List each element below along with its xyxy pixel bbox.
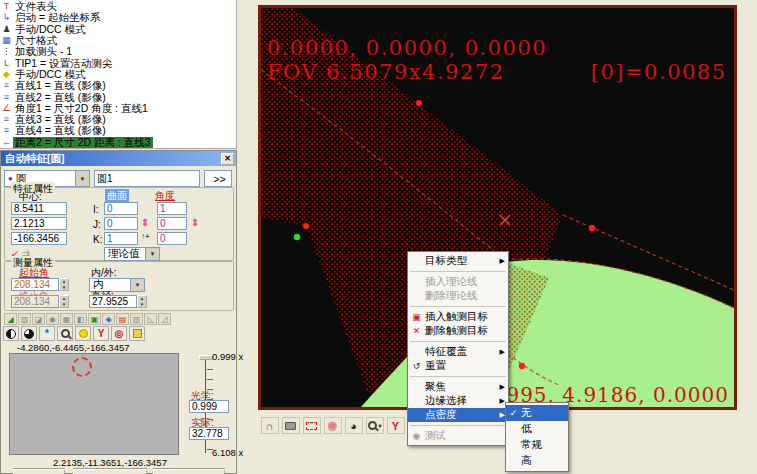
diameter-spinner[interactable]: ▲▼ (137, 295, 147, 308)
video-tool-icon[interactable]: Y (93, 326, 109, 341)
dialog-button-2[interactable] (73, 469, 147, 474)
k-surface-field[interactable] (104, 232, 138, 245)
zoom-tool-icon[interactable]: ▾ (366, 417, 384, 434)
j-surface-field[interactable] (104, 217, 138, 230)
context-menu-item[interactable] (410, 268, 506, 272)
feature-option-icon[interactable]: ◈ (102, 313, 115, 325)
submenu-item[interactable]: 高 (506, 453, 568, 469)
context-menu-item[interactable]: ✕ 删除触测目标 (408, 324, 508, 338)
context-menu-item[interactable] (410, 303, 506, 307)
video-tool-icon[interactable] (75, 326, 91, 341)
theo-value-select[interactable]: 理论值 ▼ (104, 247, 160, 261)
feature-icon[interactable] (239, 192, 256, 207)
chevron-down-icon[interactable]: ▾ (378, 422, 381, 429)
context-menu-item[interactable]: 插入理论线 (408, 275, 508, 289)
feature-icon[interactable] (239, 206, 256, 221)
j-lock-icon[interactable]: ⇕ (141, 217, 149, 228)
zoom-slider-handle[interactable] (199, 355, 213, 360)
context-menu-item[interactable]: 点密度 ▶ (408, 408, 508, 422)
video-tool-icon[interactable]: ◎ (111, 326, 127, 341)
feature-option-icon[interactable]: ▦ (60, 313, 73, 325)
tree-item[interactable]: ≡ 直线4 = 直线 (影像) (0, 125, 236, 136)
feature-option-icon[interactable]: ▥ (130, 313, 143, 325)
center-z-field[interactable] (11, 232, 67, 245)
tree-item[interactable]: ≡ 直线2 = 直线 (影像) (0, 91, 236, 102)
submenu-item[interactable]: 低 (506, 421, 568, 437)
feature-icon[interactable] (239, 133, 256, 148)
submenu-item[interactable]: 常规 (506, 437, 568, 453)
close-icon[interactable]: ✕ (221, 153, 234, 165)
feature-icon[interactable] (239, 177, 256, 192)
center-x-field[interactable] (11, 202, 67, 215)
video-tool-icon[interactable] (129, 326, 145, 341)
context-menu-item[interactable]: ▣ 插入触测目标 (408, 310, 508, 324)
feature-icon[interactable] (239, 221, 256, 236)
feature-icon[interactable] (239, 163, 256, 178)
dialog-button-3[interactable] (153, 469, 225, 474)
diameter-field[interactable] (89, 295, 137, 308)
context-menu-item[interactable]: 边缘选择 ▶ (408, 394, 508, 408)
feature-icon[interactable] (239, 2, 256, 17)
chevron-down-icon[interactable]: ▼ (130, 279, 144, 291)
feature-name-input[interactable] (94, 170, 200, 187)
chevron-down-icon[interactable]: ▼ (145, 248, 159, 260)
feature-option-icon[interactable]: ◢ (4, 313, 17, 325)
goblet-icon[interactable]: Y (387, 417, 405, 434)
arc-tool-icon[interactable]: ◕ (345, 417, 363, 434)
feature-option-icon[interactable]: ◉ (46, 313, 59, 325)
context-menu-item[interactable]: 特征覆盖 ▶ (408, 345, 508, 359)
tree-item[interactable]: ≡ 直线1 = 直线 (影像) (0, 80, 236, 91)
dialog-titlebar[interactable]: 自动特征[圆] ✕ (1, 151, 236, 166)
camera-icon[interactable] (282, 417, 300, 434)
roi-rect-icon[interactable] (303, 417, 321, 434)
video-tool-icon[interactable] (21, 326, 37, 341)
magnet-icon[interactable]: ∩ (261, 417, 279, 434)
optical-field[interactable] (189, 400, 229, 413)
feature-icon[interactable] (239, 104, 256, 119)
feature-icon[interactable] (239, 46, 256, 61)
feature-icon[interactable] (239, 60, 256, 75)
context-menu-item[interactable] (410, 422, 506, 426)
context-menu-item[interactable]: ↺ 重置 (408, 359, 508, 373)
tree-item[interactable]: ⋮ 加载测头 - 1 (0, 46, 236, 57)
video-tool-icon[interactable] (57, 326, 73, 341)
submenu-item[interactable]: ✓ 无 (506, 405, 568, 421)
tree-item[interactable]: ↳ 启动 = 起始坐标系 (0, 12, 236, 23)
video-tool-icon[interactable]: * (39, 326, 55, 341)
context-menu-item[interactable] (410, 338, 506, 342)
feature-icon[interactable] (239, 75, 256, 90)
tree-item[interactable]: ↔ 距离2 = 尺寸 2D 距离 : 直线3 (0, 137, 236, 148)
feature-icon[interactable] (239, 119, 256, 134)
context-menu-item[interactable]: 聚焦 ▶ (408, 380, 508, 394)
feature-icon[interactable] (239, 31, 256, 46)
camera-preview[interactable] (9, 353, 179, 455)
k-lock-icon[interactable]: ↑+ (141, 232, 150, 241)
j-angle-lock-icon[interactable]: ⇕ (191, 217, 199, 228)
k-angle-field[interactable] (157, 232, 187, 245)
feature-option-icon[interactable]: ◺ (144, 313, 157, 325)
feature-option-icon[interactable]: ◿ (158, 313, 171, 325)
feature-icon[interactable] (239, 17, 256, 32)
context-menu-item[interactable]: ◉ 测试 (408, 429, 508, 443)
i-angle-field[interactable] (157, 202, 187, 215)
context-menu-item[interactable]: 目标类型 ▶ (408, 254, 508, 268)
circle-target-icon[interactable]: ◉ (324, 417, 342, 434)
chevron-down-icon[interactable]: ▼ (75, 171, 89, 186)
dialog-button-1[interactable] (13, 469, 65, 474)
expand-button[interactable]: >> (204, 170, 232, 187)
feature-option-icon[interactable]: ◧ (74, 313, 87, 325)
context-menu-item[interactable] (410, 373, 506, 377)
feature-option-icon[interactable]: ▤ (116, 313, 129, 325)
feature-icon[interactable] (239, 236, 256, 251)
i-surface-field[interactable] (104, 202, 138, 215)
feature-option-icon[interactable]: ▨ (18, 313, 31, 325)
feature-icon[interactable] (239, 90, 256, 105)
j-angle-field[interactable] (157, 217, 187, 230)
context-menu-item[interactable]: 删除理论线 (408, 289, 508, 303)
feature-icon[interactable] (239, 148, 256, 163)
video-tool-icon[interactable] (3, 326, 19, 341)
feature-option-icon[interactable]: ▣ (88, 313, 101, 325)
feature-option-icon[interactable]: ◪ (32, 313, 45, 325)
actual-field[interactable] (189, 427, 229, 440)
start-angle-spinner[interactable]: ▲▼ (59, 278, 69, 291)
